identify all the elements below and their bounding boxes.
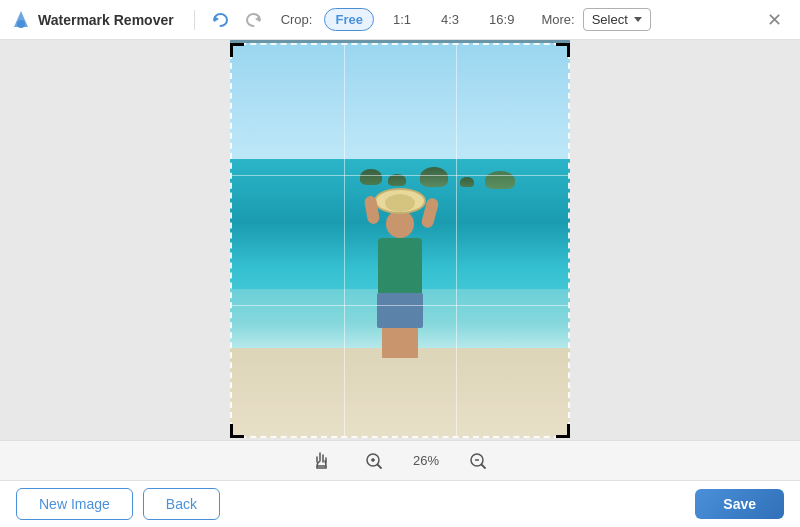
back-button[interactable]: Back xyxy=(143,488,220,520)
island-5 xyxy=(485,171,515,189)
zoom-in-icon xyxy=(364,451,384,471)
header-bar: Watermark Remover Crop: Free 1:1 4:3 16:… xyxy=(0,0,800,40)
beach-photo xyxy=(230,40,570,438)
header-divider xyxy=(194,10,195,30)
svg-marker-3 xyxy=(255,16,260,22)
island-3 xyxy=(420,167,448,187)
footer-bar: New Image Back Save xyxy=(0,480,800,527)
zoom-out-icon xyxy=(468,451,488,471)
legs xyxy=(382,328,418,358)
body-top xyxy=(378,238,422,293)
hand-icon xyxy=(312,451,332,471)
crop-4x3-button[interactable]: 4:3 xyxy=(430,8,470,31)
chevron-down-icon xyxy=(634,17,642,22)
redo-icon xyxy=(245,11,263,29)
image-container xyxy=(230,43,570,438)
zoom-level: 26% xyxy=(408,453,444,468)
left-leg xyxy=(382,328,398,358)
svg-point-1 xyxy=(17,20,25,28)
app-icon xyxy=(10,9,32,31)
close-button[interactable]: ✕ xyxy=(759,5,790,35)
redo-button[interactable] xyxy=(241,7,267,33)
canvas-area xyxy=(0,40,800,440)
island-1 xyxy=(360,169,382,185)
svg-marker-2 xyxy=(214,16,219,22)
hand-tool-button[interactable] xyxy=(304,447,340,475)
hat xyxy=(374,188,426,214)
save-button[interactable]: Save xyxy=(695,489,784,519)
crop-free-button[interactable]: Free xyxy=(324,8,373,31)
crop-shadow-top xyxy=(230,40,570,43)
app-logo: Watermark Remover xyxy=(10,9,174,31)
undo-button[interactable] xyxy=(207,7,233,33)
crop-label: Crop: xyxy=(281,12,313,27)
crop-16x9-button[interactable]: 16:9 xyxy=(478,8,525,31)
svg-line-7 xyxy=(378,464,382,468)
person xyxy=(374,188,426,358)
island-2 xyxy=(388,174,406,186)
zoom-out-button[interactable] xyxy=(460,447,496,475)
head xyxy=(386,210,414,238)
zoom-in-button[interactable] xyxy=(356,447,392,475)
new-image-button[interactable]: New Image xyxy=(16,488,133,520)
bottom-toolbar: 26% xyxy=(0,440,800,480)
more-label: More: xyxy=(541,12,574,27)
undo-icon xyxy=(211,11,229,29)
right-leg xyxy=(402,328,418,358)
shorts xyxy=(377,293,423,328)
select-dropdown[interactable]: Select xyxy=(583,8,651,31)
select-label: Select xyxy=(592,12,628,27)
sand-layer xyxy=(230,348,570,438)
island-4 xyxy=(460,177,474,187)
app-title: Watermark Remover xyxy=(38,12,174,28)
svg-line-10 xyxy=(482,464,486,468)
crop-1x1-button[interactable]: 1:1 xyxy=(382,8,422,31)
